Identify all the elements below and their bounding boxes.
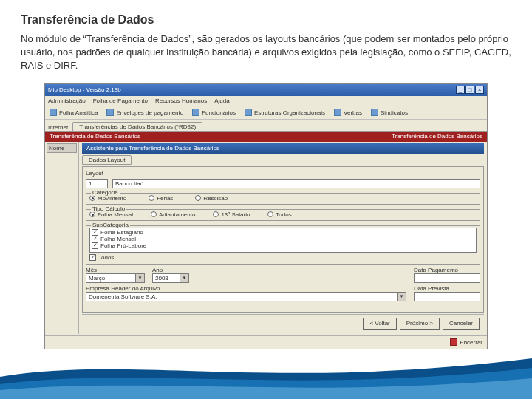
subcat-list[interactable]: ✓Folha Estagiário ✓Folha Mensal ✓Folha P… — [89, 228, 477, 253]
tb-folha-analitica[interactable]: Folha Analítica — [50, 109, 98, 116]
tabstrip-prefix: Internet — [48, 124, 68, 131]
radio-movimento[interactable]: Movimento — [89, 195, 126, 202]
envelope-icon — [106, 109, 114, 116]
wizard-titlebar: Assistente para Transferência de Dados B… — [82, 143, 484, 154]
radio-icon — [267, 211, 273, 217]
chk-prolabore[interactable]: ✓Folha Pró-Labore — [92, 242, 474, 249]
tab-dados-layout[interactable]: Dados Layout — [82, 155, 132, 165]
tb-estruturas[interactable]: Estruturas Organizacionais — [245, 109, 325, 116]
categoria-group: Categoria Movimento Férias Rescisão — [86, 193, 480, 205]
checkbox-icon: ✓ — [89, 254, 96, 261]
layout-label: Layout — [86, 170, 480, 177]
tb-verbas[interactable]: Verbas — [334, 109, 362, 116]
radio-adiantamento[interactable]: Adiantamento — [151, 211, 195, 218]
chevron-down-icon: ▼ — [398, 292, 406, 301]
chevron-down-icon: ▼ — [180, 273, 189, 283]
wizard-panel: Layout 1 Banco Itaú Categoria Movimento … — [82, 166, 484, 313]
radio-ferias[interactable]: Férias — [149, 195, 173, 202]
window-title: Mio Desktop - Versão 2.18b — [48, 86, 121, 93]
categoria-label: Categoria — [91, 189, 120, 196]
mes-select[interactable]: Março▼ — [86, 273, 145, 283]
module-title-right: Transferência de Dados Bancários — [392, 133, 482, 140]
toolbar: Folha Analítica Envelopes de pagamento F… — [45, 106, 487, 120]
encerrar-button[interactable]: Encerrar — [450, 338, 482, 346]
checkbox-icon: ✓ — [92, 229, 98, 236]
menu-folha[interactable]: Folha de Pagamento — [93, 98, 148, 104]
radio-icon — [151, 211, 157, 217]
left-header: Nome — [47, 143, 77, 153]
wizard-buttons: < Voltar Próximo > Cancelar — [82, 314, 484, 332]
radio-icon — [89, 211, 95, 217]
checkbox-icon: ✓ — [92, 236, 98, 242]
radio-13salario[interactable]: 13º Salário — [213, 211, 250, 218]
menu-admin[interactable]: Administração — [48, 98, 86, 104]
power-icon — [450, 338, 457, 346]
radio-icon — [149, 195, 154, 201]
decorative-wave — [0, 347, 532, 399]
chk-todos[interactable]: ✓Todos — [89, 254, 477, 261]
right-panel: Assistente para Transferência de Dados B… — [79, 142, 487, 334]
left-panel: Nome — [45, 142, 79, 334]
menubar: Administração Folha de Pagamento Recurso… — [45, 96, 487, 106]
ano-select[interactable]: 2003▼ — [152, 273, 189, 283]
layout-desc-input[interactable]: Banco Itaú — [112, 179, 480, 188]
datapag-label: Data Pagamento — [414, 267, 480, 273]
menu-rh[interactable]: Recursos Humanos — [155, 98, 207, 104]
tipocalc-label: Tipo Cálculo — [91, 205, 126, 212]
chk-mensal[interactable]: ✓Folha Mensal — [92, 236, 474, 242]
doc-icon — [50, 109, 57, 116]
radio-icon — [213, 211, 219, 217]
app-window: Mio Desktop - Versão 2.18b _ □ × Adminis… — [44, 83, 488, 349]
slide-title: Transferência de Dados — [0, 0, 532, 33]
radio-rescisao[interactable]: Rescisão — [195, 195, 228, 202]
minimize-button[interactable]: _ — [456, 86, 465, 94]
tab-active[interactable]: Transferências de Dados Bancários (*RD82… — [72, 122, 202, 131]
ano-label: Ano — [152, 267, 189, 273]
close-button[interactable]: × — [475, 86, 484, 94]
checkbox-icon: ✓ — [92, 242, 98, 249]
radio-todos-calc[interactable]: Todos — [267, 211, 291, 218]
empresa-label: Empresa Header do Arquivo — [86, 285, 406, 292]
users-icon — [192, 109, 200, 116]
tb-funcionarios[interactable]: Funcionários — [192, 109, 236, 116]
dataprev-label: Data Prevista — [414, 285, 480, 292]
subcat-group: SubCategoria ✓Folha Estagiário ✓Folha Me… — [86, 225, 480, 265]
tree-icon — [245, 109, 252, 116]
titlebar: Mio Desktop - Versão 2.18b _ □ × — [45, 84, 487, 96]
statusbar: Encerrar — [45, 335, 487, 349]
radio-icon — [89, 195, 95, 201]
subcat-label: SubCategoria — [91, 222, 130, 228]
layout-id-input[interactable]: 1 — [86, 179, 108, 188]
menu-ajuda[interactable]: Ajuda — [214, 98, 229, 104]
slide-paragraph: No módulo de “Transferência de Dados”, s… — [0, 33, 532, 79]
chevron-down-icon: ▼ — [136, 273, 145, 283]
empresa-select[interactable]: Domenetria Software S.A.▼ — [86, 292, 406, 301]
tabstrip: Internet Transferências de Dados Bancári… — [45, 120, 487, 132]
tb-envelopes[interactable]: Envelopes de pagamento — [106, 109, 183, 116]
cancelar-button[interactable]: Cancelar — [443, 318, 480, 330]
dataprev-input[interactable] — [414, 292, 480, 301]
tb-sindicatos[interactable]: Sindicatos — [371, 109, 408, 116]
chk-estagiario[interactable]: ✓Folha Estagiário — [92, 229, 474, 236]
mes-label: Mês — [86, 267, 145, 273]
radio-folha-mensal[interactable]: Folha Mensal — [89, 211, 133, 218]
radio-icon — [195, 195, 201, 201]
wizard-tabs: Dados Layout — [82, 155, 484, 165]
group-icon — [371, 109, 378, 116]
proximo-button[interactable]: Próximo > — [400, 318, 440, 330]
tipocalc-group: Tipo Cálculo Folha Mensal Adiantamento 1… — [86, 209, 480, 221]
module-header: Transferência de Dados Bancários Transfe… — [45, 132, 487, 142]
voltar-button[interactable]: < Voltar — [363, 318, 396, 330]
maximize-button[interactable]: □ — [466, 86, 474, 94]
datapag-input[interactable] — [414, 273, 480, 283]
money-icon — [334, 109, 341, 116]
module-title-left: Transferência de Dados Bancários — [50, 133, 140, 140]
